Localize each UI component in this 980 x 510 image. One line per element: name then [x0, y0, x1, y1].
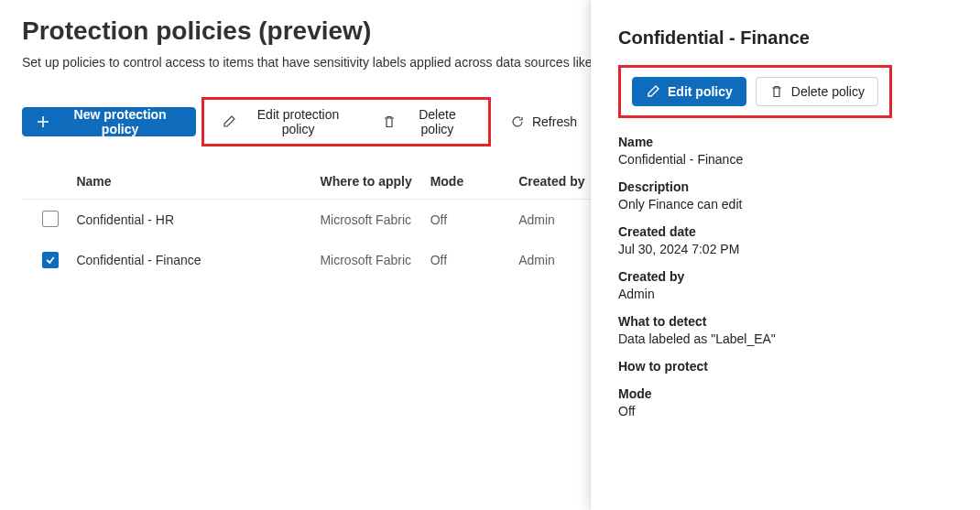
edit-protection-policy-button[interactable]: Edit protection policy — [208, 107, 366, 136]
header-mode[interactable]: Mode — [430, 174, 519, 189]
row-checkbox[interactable] — [42, 211, 59, 227]
detail-field-created-date: Created date Jul 30, 2024 7:02 PM — [618, 224, 956, 256]
delete-policy-button[interactable]: Delete policy — [368, 107, 485, 136]
detail-delete-policy-button[interactable]: Delete policy — [756, 77, 878, 106]
field-label: Created by — [618, 269, 956, 284]
cell-created-by: Admin — [518, 212, 591, 227]
policies-table: Name Where to apply Mode Created by Conf… — [22, 163, 591, 280]
field-label: Created date — [618, 224, 956, 239]
edit-protection-policy-label: Edit protection policy — [244, 107, 353, 136]
plus-icon — [36, 114, 50, 129]
field-label: Description — [618, 179, 956, 194]
detail-field-name: Name Confidential - Finance — [618, 135, 956, 167]
cell-name: Confidential - HR — [76, 212, 320, 227]
field-value: Confidential - Finance — [618, 152, 956, 167]
detail-field-description: Description Only Finance can edit — [618, 179, 956, 212]
toolbar: New protection policy Edit protection po… — [22, 97, 591, 146]
detail-field-what-to-detect: What to detect Data labeled as "Label_EA… — [618, 314, 956, 346]
cell-where: Microsoft Fabric — [320, 212, 430, 227]
field-value: Data labeled as "Label_EA" — [618, 331, 956, 346]
detail-title: Confidential - Finance — [618, 27, 956, 49]
field-label: Name — [618, 135, 956, 149]
row-checkbox[interactable] — [42, 252, 59, 268]
cell-where: Microsoft Fabric — [320, 253, 430, 267]
field-label: Mode — [618, 386, 956, 401]
toolbar-highlight-group: Edit protection policy Delete policy — [201, 97, 491, 146]
detail-actions-highlight: Edit policy Delete policy — [618, 65, 892, 118]
refresh-button[interactable]: Refresh — [496, 107, 591, 136]
table-row[interactable]: Confidential - HR Microsoft Fabric Off A… — [22, 200, 591, 240]
field-value: Off — [618, 404, 956, 418]
header-name[interactable]: Name — [76, 174, 320, 189]
detail-field-mode: Mode Off — [618, 386, 956, 418]
detail-panel: Confidential - Finance Edit policy Delet… — [591, 0, 980, 510]
cell-name: Confidential - Finance — [76, 253, 320, 267]
field-value: Only Finance can edit — [618, 197, 956, 212]
detail-edit-policy-button[interactable]: Edit policy — [632, 77, 746, 106]
refresh-label: Refresh — [532, 114, 577, 129]
detail-field-created-by: Created by Admin — [618, 269, 956, 301]
new-protection-policy-label: New protection policy — [58, 107, 182, 136]
table-row[interactable]: Confidential - Finance Microsoft Fabric … — [22, 240, 591, 280]
edit-icon — [646, 84, 660, 99]
delete-icon — [382, 114, 397, 129]
detail-delete-policy-label: Delete policy — [791, 84, 865, 99]
cell-mode: Off — [430, 253, 519, 267]
header-created-by[interactable]: Created by — [518, 174, 591, 189]
field-value: Jul 30, 2024 7:02 PM — [618, 242, 956, 256]
detail-edit-policy-label: Edit policy — [668, 84, 733, 99]
page-title: Protection policies (preview) — [22, 16, 591, 46]
cell-created-by: Admin — [518, 253, 591, 267]
cell-mode: Off — [430, 212, 519, 227]
new-protection-policy-button[interactable]: New protection policy — [22, 107, 196, 136]
delete-policy-label: Delete policy — [404, 107, 471, 136]
edit-icon — [222, 114, 236, 129]
field-value: Admin — [618, 287, 956, 301]
field-label: What to detect — [618, 314, 956, 329]
main-pane: Protection policies (preview) Set up pol… — [0, 0, 591, 510]
field-label: How to protect — [618, 359, 956, 374]
header-where-to-apply[interactable]: Where to apply — [320, 174, 430, 189]
detail-field-how-to-protect: How to protect — [618, 359, 956, 374]
page-description: Set up policies to control access to ite… — [22, 55, 591, 70]
table-header-row: Name Where to apply Mode Created by — [22, 163, 591, 200]
refresh-icon — [510, 114, 525, 129]
delete-icon — [769, 84, 784, 99]
